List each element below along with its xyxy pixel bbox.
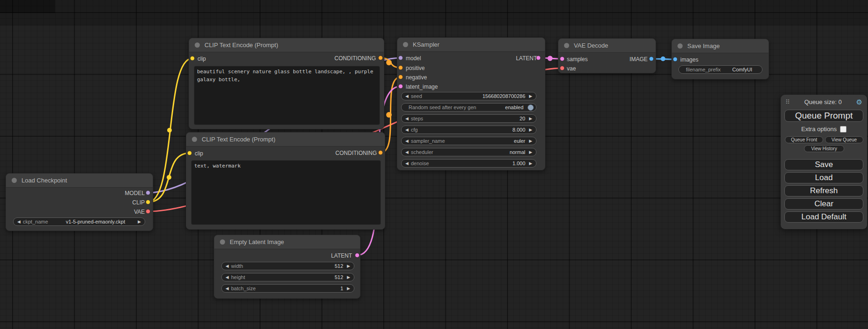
extra-options-row: Extra options: [781, 126, 867, 133]
extra-options-checkbox[interactable]: [840, 126, 847, 133]
decrement-arrow-icon[interactable]: ◀: [224, 286, 230, 291]
widget-label: height: [231, 274, 245, 280]
collapse-dot-icon[interactable]: [12, 178, 17, 183]
widget-value[interactable]: 512: [335, 274, 343, 280]
node-title-bar[interactable]: CLIP Text Encode (Prompt): [189, 38, 384, 52]
drag-handle-icon[interactable]: ⠿: [785, 98, 790, 105]
increment-arrow-icon[interactable]: ▶: [528, 150, 534, 154]
widget-value[interactable]: ComfyUI: [732, 67, 752, 72]
node-title-bar[interactable]: Load Checkpoint: [6, 174, 153, 188]
node-title: CLIP Text Encode (Prompt): [205, 42, 278, 49]
widget-label: scheduler: [411, 149, 433, 155]
node-vae-decode[interactable]: VAE Decode samples vae IMAGE: [558, 38, 656, 73]
collapse-dot-icon[interactable]: [192, 137, 197, 142]
widget-value[interactable]: 1.000: [512, 161, 525, 166]
random-seed-toggle-widget[interactable]: Random seed after every gen enabled: [401, 103, 536, 112]
refresh-button[interactable]: Refresh: [784, 185, 863, 196]
input-clip-label: clip: [198, 55, 206, 63]
node-title-bar[interactable]: KSampler: [397, 38, 545, 52]
widget-value: enabled: [505, 105, 523, 110]
decrement-arrow-icon[interactable]: ◀: [404, 161, 410, 166]
decrement-arrow-icon[interactable]: ◀: [404, 150, 410, 154]
node-title: KSampler: [413, 41, 439, 48]
output-conditioning-label: CONDITIONING: [334, 55, 376, 62]
node-load-checkpoint[interactable]: Load Checkpoint MODEL CLIP VAE ◀ ckpt_na…: [6, 173, 153, 231]
increment-arrow-icon[interactable]: ▶: [346, 286, 352, 291]
width-widget[interactable]: ◀ width 512 ▶: [221, 262, 354, 270]
queue-front-button[interactable]: Queue Front: [785, 136, 823, 143]
clear-button[interactable]: Clear: [784, 198, 863, 210]
input-model-label: model: [406, 55, 421, 62]
canvas-top-shade: [0, 0, 868, 26]
node-ksampler[interactable]: KSampler model positive negative latent_…: [397, 37, 545, 170]
toggle-circle-icon[interactable]: [528, 105, 534, 111]
decrement-arrow-icon[interactable]: ◀: [16, 219, 22, 224]
settings-gear-icon[interactable]: ⚙: [856, 99, 862, 105]
decrement-arrow-icon[interactable]: ◀: [224, 264, 230, 268]
negative-prompt-textarea[interactable]: text, watermark: [191, 160, 381, 225]
node-empty-latent-image[interactable]: Empty Latent Image LATENT ◀ width 512 ▶ …: [214, 235, 360, 299]
load-button[interactable]: Load: [784, 172, 863, 183]
widget-label: seed: [411, 93, 422, 99]
widget-value[interactable]: 1: [340, 286, 343, 291]
view-queue-button[interactable]: View Queue: [825, 136, 863, 143]
widget-label: denoise: [411, 161, 429, 166]
widget-value[interactable]: v1-5-pruned-emaonly.ckpt: [66, 219, 125, 224]
ckpt-name-widget[interactable]: ◀ ckpt_name v1-5-pruned-emaonly.ckpt ▶: [13, 217, 145, 226]
input-clip-label: clip: [195, 150, 203, 157]
queue-prompt-button[interactable]: Queue Prompt: [784, 110, 863, 122]
collapse-dot-icon[interactable]: [220, 239, 225, 245]
decrement-arrow-icon[interactable]: ◀: [404, 94, 410, 98]
height-widget[interactable]: ◀ height 512 ▶: [221, 273, 354, 281]
filename-prefix-widget[interactable]: filename_prefix ComfyUI: [678, 65, 762, 74]
increment-arrow-icon[interactable]: ▶: [528, 116, 534, 121]
collapse-dot-icon[interactable]: [677, 43, 683, 49]
input-images-label: images: [680, 56, 699, 63]
seed-widget[interactable]: ◀ seed 156680208700286 ▶: [401, 92, 536, 100]
widget-value[interactable]: euler: [514, 138, 525, 144]
increment-arrow-icon[interactable]: ▶: [528, 161, 534, 166]
widget-value[interactable]: normal: [509, 149, 525, 155]
collapse-dot-icon[interactable]: [195, 42, 200, 48]
output-model-label: MODEL: [125, 189, 145, 197]
node-title-bar[interactable]: CLIP Text Encode (Prompt): [186, 133, 385, 147]
output-vae-label: VAE: [134, 208, 145, 216]
denoise-widget[interactable]: ◀ denoise 1.000 ▶: [401, 159, 536, 168]
increment-arrow-icon[interactable]: ▶: [346, 264, 352, 268]
decrement-arrow-icon[interactable]: ◀: [404, 127, 410, 132]
steps-widget[interactable]: ◀ steps 20 ▶: [401, 114, 536, 123]
node-title-bar[interactable]: Empty Latent Image: [214, 235, 360, 249]
output-clip-label: CLIP: [132, 199, 145, 206]
node-title-bar[interactable]: Save Image: [672, 39, 769, 53]
panel-header: ⠿ Queue size: 0 ⚙: [781, 98, 867, 105]
widget-value[interactable]: 20: [520, 116, 525, 121]
batch-size-widget[interactable]: ◀ batch_size 1 ▶: [221, 284, 354, 293]
widget-value[interactable]: 512: [335, 263, 343, 269]
decrement-arrow-icon[interactable]: ◀: [224, 275, 230, 280]
node-save-image[interactable]: Save Image images filename_prefix ComfyU…: [671, 39, 769, 79]
cfg-widget[interactable]: ◀ cfg 8.000 ▶: [401, 126, 536, 134]
canvas-corner-shade: [0, 0, 55, 13]
decrement-arrow-icon[interactable]: ◀: [404, 116, 410, 121]
sampler-name-widget[interactable]: ◀ sampler_name euler ▶: [401, 137, 536, 145]
widget-value[interactable]: 156680208700286: [482, 93, 525, 99]
widget-value[interactable]: 8.000: [512, 127, 525, 133]
node-graph-canvas[interactable]: Load Checkpoint MODEL CLIP VAE ◀ ckpt_na…: [0, 0, 868, 329]
positive-prompt-textarea[interactable]: beautiful scenery nature glass bottle la…: [194, 66, 380, 125]
node-title-bar[interactable]: VAE Decode: [558, 39, 656, 53]
increment-arrow-icon[interactable]: ▶: [346, 275, 352, 280]
queue-control-panel[interactable]: ⠿ Queue size: 0 ⚙ Queue Prompt Extra opt…: [781, 95, 867, 229]
increment-arrow-icon[interactable]: ▶: [136, 219, 142, 224]
decrement-arrow-icon[interactable]: ◀: [404, 139, 410, 143]
increment-arrow-icon[interactable]: ▶: [528, 94, 534, 98]
scheduler-widget[interactable]: ◀ scheduler normal ▶: [401, 148, 536, 156]
node-clip-text-encode-negative[interactable]: CLIP Text Encode (Prompt) clip CONDITION…: [186, 132, 385, 230]
collapse-dot-icon[interactable]: [564, 43, 569, 48]
view-history-button[interactable]: View History: [804, 145, 844, 152]
collapse-dot-icon[interactable]: [403, 42, 408, 47]
increment-arrow-icon[interactable]: ▶: [528, 139, 534, 143]
increment-arrow-icon[interactable]: ▶: [528, 127, 534, 132]
load-default-button[interactable]: Load Default: [784, 211, 863, 223]
node-clip-text-encode-positive[interactable]: CLIP Text Encode (Prompt) clip CONDITION…: [189, 38, 384, 129]
save-button[interactable]: Save: [784, 159, 863, 170]
